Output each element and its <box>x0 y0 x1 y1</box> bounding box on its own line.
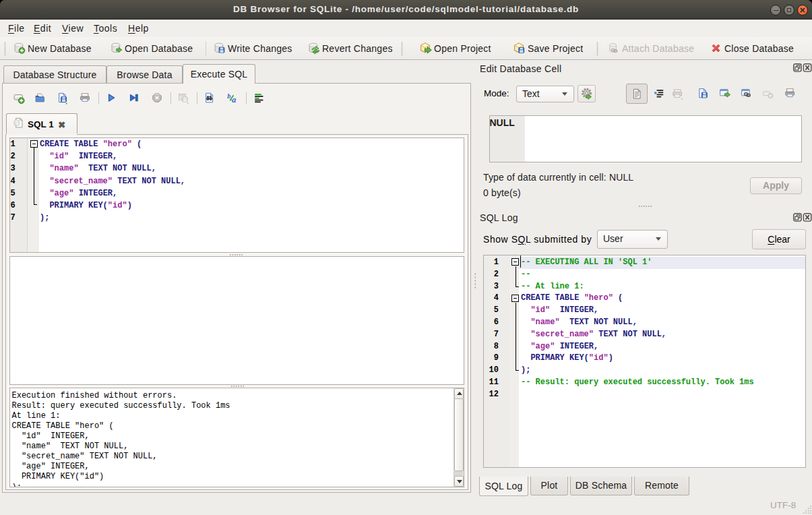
svg-text:b: b <box>227 92 230 100</box>
